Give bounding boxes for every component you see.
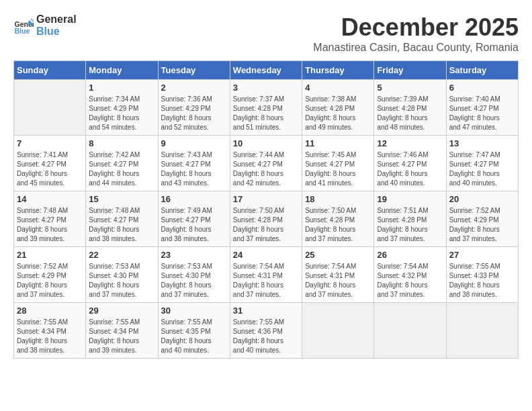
subtitle: Manastirea Casin, Bacau County, Romania <box>313 42 519 54</box>
calendar-cell: 23Sunrise: 7:53 AM Sunset: 4:30 PM Dayli… <box>158 247 230 303</box>
day-number: 22 <box>89 250 154 260</box>
day-number: 11 <box>305 138 371 148</box>
day-info: Sunrise: 7:53 AM Sunset: 4:30 PM Dayligh… <box>161 262 227 300</box>
calendar-week-row: 28Sunrise: 7:55 AM Sunset: 4:34 PM Dayli… <box>14 303 519 359</box>
day-info: Sunrise: 7:55 AM Sunset: 4:34 PM Dayligh… <box>89 318 154 355</box>
day-number: 26 <box>377 250 443 260</box>
day-info: Sunrise: 7:37 AM Sunset: 4:28 PM Dayligh… <box>233 95 299 132</box>
calendar-week-row: 21Sunrise: 7:52 AM Sunset: 4:29 PM Dayli… <box>14 247 519 303</box>
day-number: 28 <box>17 306 83 316</box>
day-info: Sunrise: 7:55 AM Sunset: 4:34 PM Dayligh… <box>17 318 83 355</box>
day-number: 31 <box>233 306 299 316</box>
day-info: Sunrise: 7:44 AM Sunset: 4:27 PM Dayligh… <box>233 150 299 188</box>
title-area: December 2025 Manastirea Casin, Bacau Co… <box>313 13 519 54</box>
calendar-cell: 9Sunrise: 7:43 AM Sunset: 4:27 PM Daylig… <box>158 136 230 191</box>
calendar-cell: 21Sunrise: 7:52 AM Sunset: 4:29 PM Dayli… <box>14 247 86 303</box>
day-number: 6 <box>449 83 515 93</box>
day-number: 2 <box>161 83 227 93</box>
day-number: 24 <box>233 250 299 260</box>
day-info: Sunrise: 7:34 AM Sunset: 4:29 PM Dayligh… <box>89 95 154 132</box>
weekday-header: Monday <box>86 61 158 80</box>
day-info: Sunrise: 7:38 AM Sunset: 4:28 PM Dayligh… <box>305 95 371 132</box>
calendar-cell: 27Sunrise: 7:55 AM Sunset: 4:33 PM Dayli… <box>446 247 518 303</box>
day-number: 4 <box>305 83 371 93</box>
day-info: Sunrise: 7:50 AM Sunset: 4:28 PM Dayligh… <box>233 206 299 244</box>
day-number: 1 <box>89 83 154 93</box>
calendar-cell: 4Sunrise: 7:38 AM Sunset: 4:28 PM Daylig… <box>302 80 374 136</box>
day-info: Sunrise: 7:43 AM Sunset: 4:27 PM Dayligh… <box>161 150 227 188</box>
day-info: Sunrise: 7:45 AM Sunset: 4:27 PM Dayligh… <box>305 150 371 188</box>
logo-icon: General Blue <box>13 15 34 36</box>
calendar-cell: 17Sunrise: 7:50 AM Sunset: 4:28 PM Dayli… <box>230 191 302 247</box>
day-info: Sunrise: 7:50 AM Sunset: 4:28 PM Dayligh… <box>305 206 371 244</box>
day-info: Sunrise: 7:52 AM Sunset: 4:29 PM Dayligh… <box>449 206 515 244</box>
logo-text: General Blue <box>36 13 77 38</box>
day-info: Sunrise: 7:48 AM Sunset: 4:27 PM Dayligh… <box>89 206 154 244</box>
calendar-cell <box>14 80 86 136</box>
day-info: Sunrise: 7:55 AM Sunset: 4:33 PM Dayligh… <box>449 262 515 300</box>
day-number: 20 <box>449 194 515 204</box>
calendar-cell: 28Sunrise: 7:55 AM Sunset: 4:34 PM Dayli… <box>14 303 86 359</box>
calendar-cell <box>374 303 446 359</box>
calendar-cell: 29Sunrise: 7:55 AM Sunset: 4:34 PM Dayli… <box>86 303 158 359</box>
day-number: 13 <box>449 138 515 148</box>
calendar-cell: 8Sunrise: 7:42 AM Sunset: 4:27 PM Daylig… <box>86 136 158 191</box>
day-number: 5 <box>377 83 443 93</box>
calendar-cell: 6Sunrise: 7:40 AM Sunset: 4:27 PM Daylig… <box>446 80 518 136</box>
day-info: Sunrise: 7:47 AM Sunset: 4:27 PM Dayligh… <box>449 150 515 188</box>
calendar-cell: 25Sunrise: 7:54 AM Sunset: 4:31 PM Dayli… <box>302 247 374 303</box>
calendar-cell: 16Sunrise: 7:49 AM Sunset: 4:27 PM Dayli… <box>158 191 230 247</box>
day-number: 14 <box>17 194 83 204</box>
day-number: 25 <box>305 250 371 260</box>
day-info: Sunrise: 7:52 AM Sunset: 4:29 PM Dayligh… <box>17 262 83 300</box>
day-info: Sunrise: 7:54 AM Sunset: 4:31 PM Dayligh… <box>305 262 371 300</box>
day-info: Sunrise: 7:49 AM Sunset: 4:27 PM Dayligh… <box>161 206 227 244</box>
calendar-week-row: 14Sunrise: 7:48 AM Sunset: 4:27 PM Dayli… <box>14 191 519 247</box>
calendar-cell: 19Sunrise: 7:51 AM Sunset: 4:28 PM Dayli… <box>374 191 446 247</box>
day-info: Sunrise: 7:48 AM Sunset: 4:27 PM Dayligh… <box>17 206 83 244</box>
calendar-cell: 11Sunrise: 7:45 AM Sunset: 4:27 PM Dayli… <box>302 136 374 191</box>
calendar-cell: 13Sunrise: 7:47 AM Sunset: 4:27 PM Dayli… <box>446 136 518 191</box>
weekday-header: Wednesday <box>230 61 302 80</box>
day-number: 3 <box>233 83 299 93</box>
svg-text:Blue: Blue <box>15 27 30 35</box>
day-number: 19 <box>377 194 443 204</box>
calendar-cell: 30Sunrise: 7:55 AM Sunset: 4:35 PM Dayli… <box>158 303 230 359</box>
header: General Blue General Blue December 2025 … <box>13 13 519 54</box>
calendar-cell: 31Sunrise: 7:55 AM Sunset: 4:36 PM Dayli… <box>230 303 302 359</box>
calendar-cell: 1Sunrise: 7:34 AM Sunset: 4:29 PM Daylig… <box>86 80 158 136</box>
day-info: Sunrise: 7:54 AM Sunset: 4:31 PM Dayligh… <box>233 262 299 300</box>
day-number: 9 <box>161 138 227 148</box>
calendar-cell <box>302 303 374 359</box>
day-info: Sunrise: 7:46 AM Sunset: 4:27 PM Dayligh… <box>377 150 443 188</box>
logo: General Blue General Blue <box>13 13 77 38</box>
day-info: Sunrise: 7:51 AM Sunset: 4:28 PM Dayligh… <box>377 206 443 244</box>
calendar-cell: 15Sunrise: 7:48 AM Sunset: 4:27 PM Dayli… <box>86 191 158 247</box>
calendar-header-row: SundayMondayTuesdayWednesdayThursdayFrid… <box>14 61 519 80</box>
day-number: 27 <box>449 250 515 260</box>
day-info: Sunrise: 7:55 AM Sunset: 4:35 PM Dayligh… <box>161 318 227 355</box>
calendar-cell: 26Sunrise: 7:54 AM Sunset: 4:32 PM Dayli… <box>374 247 446 303</box>
month-title: December 2025 <box>313 13 519 42</box>
day-number: 12 <box>377 138 443 148</box>
weekday-header: Thursday <box>302 61 374 80</box>
calendar-cell: 24Sunrise: 7:54 AM Sunset: 4:31 PM Dayli… <box>230 247 302 303</box>
calendar-cell: 5Sunrise: 7:39 AM Sunset: 4:28 PM Daylig… <box>374 80 446 136</box>
day-number: 16 <box>161 194 227 204</box>
day-number: 18 <box>305 194 371 204</box>
calendar-cell: 14Sunrise: 7:48 AM Sunset: 4:27 PM Dayli… <box>14 191 86 247</box>
weekday-header: Friday <box>374 61 446 80</box>
day-number: 15 <box>89 194 154 204</box>
day-number: 10 <box>233 138 299 148</box>
calendar-cell: 20Sunrise: 7:52 AM Sunset: 4:29 PM Dayli… <box>446 191 518 247</box>
weekday-header: Sunday <box>14 61 86 80</box>
day-number: 17 <box>233 194 299 204</box>
calendar-cell: 22Sunrise: 7:53 AM Sunset: 4:30 PM Dayli… <box>86 247 158 303</box>
day-number: 30 <box>161 306 227 316</box>
day-info: Sunrise: 7:53 AM Sunset: 4:30 PM Dayligh… <box>89 262 154 300</box>
weekday-header: Tuesday <box>158 61 230 80</box>
day-info: Sunrise: 7:36 AM Sunset: 4:29 PM Dayligh… <box>161 95 227 132</box>
calendar-week-row: 7Sunrise: 7:41 AM Sunset: 4:27 PM Daylig… <box>14 136 519 191</box>
calendar-cell: 7Sunrise: 7:41 AM Sunset: 4:27 PM Daylig… <box>14 136 86 191</box>
calendar-cell: 10Sunrise: 7:44 AM Sunset: 4:27 PM Dayli… <box>230 136 302 191</box>
